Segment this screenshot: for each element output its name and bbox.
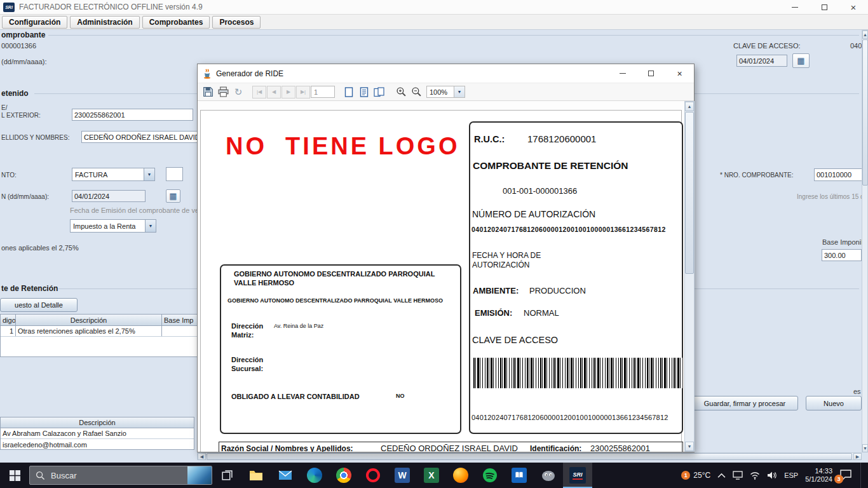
maximize-icon: [648, 71, 654, 76]
doc-left-box: [220, 264, 461, 434]
start-button[interactable]: [0, 463, 29, 488]
info-table-row[interactable]: Av Abraham Calazacon y Rafael Sanzio: [1, 428, 194, 439]
documento-combo[interactable]: FACTURA ▼: [72, 168, 155, 181]
taskbar-app-edge[interactable]: [300, 463, 329, 488]
scroll-up-button[interactable]: ▲: [862, 30, 868, 39]
apellidos-field[interactable]: CEDEÑO ORDOÑEZ ISRAEL DAVID: [81, 131, 200, 143]
save-button[interactable]: [200, 85, 215, 100]
fecha-autorizacion-label: FECHA Y HORA DE AUTORIZACIÓN: [472, 251, 567, 270]
info-table-row[interactable]: israelcedeno@hotmail.com: [1, 439, 194, 450]
ride-dialog-controls: ×: [608, 64, 694, 83]
taskbar-app-word[interactable]: W: [388, 463, 417, 488]
scroll-up-button[interactable]: ▲: [685, 102, 694, 111]
scroll-down-button[interactable]: ▼: [685, 442, 694, 451]
taskbar-app-reader[interactable]: [505, 463, 534, 488]
zoom-combo[interactable]: 100% ▼: [426, 86, 465, 98]
clave-acceso-value: 040: [850, 42, 862, 50]
volume-icon[interactable]: [767, 471, 777, 480]
dialog-maximize-button[interactable]: [637, 64, 665, 83]
print-button[interactable]: [215, 85, 231, 100]
menu-procesos[interactable]: Procesos: [212, 16, 261, 29]
taskbar-app-gimp[interactable]: [534, 463, 563, 488]
windows-logo-icon: [10, 470, 20, 481]
text-page-layout-button[interactable]: [356, 85, 372, 100]
text-page-icon: [360, 87, 369, 97]
dialog-close-button[interactable]: ×: [665, 64, 694, 83]
previous-page-button[interactable]: ◀: [267, 86, 281, 98]
minimize-button[interactable]: [780, 0, 810, 14]
nav-first-icon: |◀: [257, 89, 262, 95]
task-view-button[interactable]: [212, 463, 241, 488]
clave-acceso-doc-value: 0401202407176812060000120010010000013661…: [471, 414, 668, 421]
zoom-out-button[interactable]: [409, 85, 424, 100]
single-page-layout-button[interactable]: [341, 85, 356, 100]
taskbar-app-chrome[interactable]: [329, 463, 358, 488]
agregar-impuesto-button[interactable]: uesto al Detalle: [0, 298, 78, 312]
fecha-doc-field[interactable]: 04/01/2024: [72, 190, 146, 202]
zoom-in-button[interactable]: [393, 85, 409, 100]
id-label-line2: L EXTERIOR:: [1, 112, 41, 119]
chrome-icon: [336, 468, 351, 483]
base-imponible-field[interactable]: 300.00: [822, 249, 862, 261]
weather-widget[interactable]: 1 25°C: [681, 471, 710, 480]
clock[interactable]: 14:33 5/1/2024: [805, 467, 832, 484]
notification-center-button[interactable]: 3: [839, 468, 853, 482]
maximize-button[interactable]: [810, 0, 839, 14]
taskbar-app-spotify[interactable]: [475, 463, 505, 488]
menu-configuracion[interactable]: Configuración: [2, 16, 67, 29]
taskbar-app-opera[interactable]: [358, 463, 388, 488]
refresh-icon: ↻: [234, 86, 243, 98]
minimize-icon: [620, 73, 626, 74]
weather-alert-badge: 1: [681, 471, 690, 480]
main-vertical-scrollbar[interactable]: ▲ ▼: [862, 30, 868, 452]
calendar-button-doc[interactable]: ▦: [166, 189, 180, 203]
taskbar-app-file-explorer[interactable]: [241, 463, 271, 488]
taskbar-app-excel[interactable]: X: [417, 463, 446, 488]
page-number-input[interactable]: 1: [311, 86, 335, 98]
show-desktop-button[interactable]: [860, 463, 863, 488]
menu-administracion[interactable]: Administración: [70, 16, 139, 29]
identificacion-field[interactable]: 2300255862001: [72, 109, 193, 121]
dialog-vertical-scrollbar[interactable]: ▲ ▼: [684, 101, 695, 452]
dialog-minimize-button[interactable]: [608, 64, 637, 83]
two-page-layout-button[interactable]: [372, 85, 387, 100]
next-page-button[interactable]: ▶: [281, 86, 295, 98]
fecha-emision-field[interactable]: 04/01/2024: [736, 55, 787, 67]
horizontal-scroll-thumb[interactable]: [207, 453, 852, 460]
taskbar-app-sri-facturador[interactable]: SRI: [563, 463, 592, 488]
network-wifi-icon[interactable]: [750, 471, 760, 480]
scroll-down-button[interactable]: ▼: [862, 444, 868, 452]
close-button[interactable]: ×: [839, 0, 868, 14]
scroll-left-button[interactable]: ◀: [198, 453, 206, 460]
main-horizontal-scrollbar[interactable]: ◀ ▶: [197, 452, 862, 460]
main-window-titlebar[interactable]: SRI FACTURADOR ELECTRÓNICO OFFLINE versi…: [0, 0, 868, 15]
retencion-desc: ones aplicables el 2,75%: [1, 244, 79, 252]
menu-comprobantes[interactable]: Comprobantes: [142, 16, 210, 29]
language-indicator[interactable]: ESP: [784, 471, 798, 479]
scroll-right-icon: ▶: [856, 454, 859, 459]
guardar-firmar-button[interactable]: Guardar, firmar y procesar: [691, 396, 798, 410]
ride-dialog-titlebar[interactable]: Generador de RIDE ×: [198, 64, 694, 83]
taskbar-app-mail[interactable]: [271, 463, 300, 488]
documento-aux-box[interactable]: [166, 167, 183, 181]
tax-table-row[interactable]: 1 Otras retenciones aplicables el 2,75%: [1, 326, 218, 337]
taskbar-app-firefox[interactable]: [446, 463, 475, 488]
refresh-button[interactable]: ↻: [231, 85, 246, 100]
vertical-scroll-thumb[interactable]: [685, 112, 694, 274]
hidden-icons-chevron[interactable]: [717, 473, 726, 478]
nuevo-button[interactable]: Nuevo: [806, 396, 862, 410]
vertical-scroll-thumb[interactable]: [862, 39, 868, 186]
monitor-icon[interactable]: [733, 471, 743, 480]
impuesto-combo[interactable]: Impuesto a la Renta ▼: [70, 219, 156, 233]
section-retencion: te de Retención: [1, 284, 58, 293]
nro-comprobante-field[interactable]: 001010000: [814, 168, 862, 181]
last-page-button[interactable]: ▶|: [296, 86, 310, 98]
scroll-down-icon: ▼: [863, 446, 867, 451]
first-page-button[interactable]: |◀: [252, 86, 266, 98]
nav-next-icon: ▶: [287, 89, 290, 95]
taskbar-search-box[interactable]: Buscar: [29, 466, 212, 485]
zoom-dropdown-button[interactable]: ▼: [454, 86, 465, 98]
calendar-button-emision[interactable]: ▦: [792, 53, 810, 68]
nro-comprobante-label: * NRO. COMPROBANTE:: [720, 172, 794, 179]
scroll-right-button[interactable]: ▶: [853, 453, 862, 460]
